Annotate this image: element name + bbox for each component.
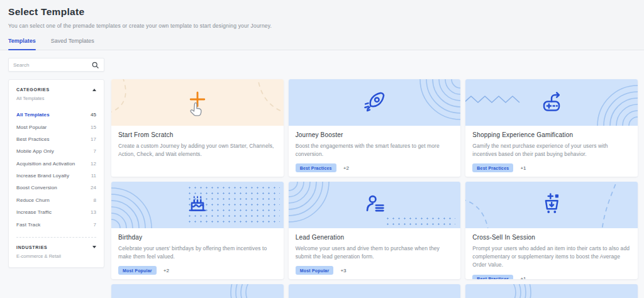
- page-title: Select Template: [8, 6, 635, 18]
- category-badge: Best Practices: [296, 163, 336, 172]
- sidebar-item-fast-track[interactable]: Fast Track7: [16, 218, 96, 230]
- badge-row: Most Popular +3: [296, 261, 454, 275]
- birthday-cake-icon: [183, 190, 212, 219]
- card-title: Journey Booster: [296, 131, 454, 138]
- sidebar-item-reduce-churn[interactable]: Reduce Churn8: [16, 194, 96, 206]
- card-illustration: [289, 182, 461, 228]
- category-label: All Templates: [16, 112, 50, 118]
- category-label: Increase Traffic: [16, 209, 52, 215]
- gamepad-icon: [537, 88, 566, 117]
- sidebar-item-acquisition-and-activation[interactable]: Acquisition and Activation12: [16, 158, 96, 170]
- category-list: All Templates45Most Popular15Best Practi…: [16, 109, 96, 231]
- cart-plus-icon: [537, 190, 566, 219]
- category-count: 15: [91, 124, 96, 130]
- category-count: 8: [94, 197, 96, 203]
- categories-panel: CATEGORIES All Templates All Templates45…: [8, 79, 104, 268]
- badge-row: Best Practices +2: [296, 158, 454, 172]
- category-label: Increase Brand Loyalty: [16, 173, 69, 179]
- sidebar-item-best-practices[interactable]: Best Practices17: [16, 133, 96, 145]
- industries-selected-value: E-commerce & Retail: [16, 253, 96, 259]
- category-count: 12: [91, 161, 96, 167]
- category-label: Best Practices: [16, 136, 50, 142]
- template-card-journey-booster[interactable]: Journey Booster Boost the engagements wi…: [289, 79, 461, 177]
- search-box[interactable]: [8, 58, 104, 72]
- sidebar-item-increase-traffic[interactable]: Increase Traffic13: [16, 206, 96, 218]
- template-card-partial[interactable]: [111, 284, 284, 298]
- badge-extra-count: +3: [340, 268, 346, 273]
- card-title: Lead Generation: [296, 234, 454, 241]
- badge-extra-count: +2: [164, 268, 169, 273]
- rocket-icon: [360, 88, 389, 117]
- category-label: Most Popular: [16, 124, 47, 130]
- card-description: Celebrate your users' birthdays by offer…: [118, 245, 277, 261]
- card-description: Gamify the next purchase experience of y…: [472, 142, 631, 158]
- category-label: Acquisition and Activation: [16, 161, 75, 167]
- badge-row: Most Popular +2: [118, 261, 277, 275]
- divider: [16, 237, 96, 238]
- badge-row: Best Practices +1: [472, 270, 631, 279]
- category-count: 7: [94, 222, 96, 228]
- template-card-partial[interactable]: [289, 284, 461, 298]
- sidebar-item-all-templates[interactable]: All Templates45: [16, 109, 96, 121]
- category-badge: Best Practices: [472, 163, 513, 172]
- template-card-shopping-experience-gamification[interactable]: Shopping Experience Gamification Gamify …: [465, 79, 638, 177]
- card-title: Start From Scratch: [118, 131, 277, 138]
- category-count: 7: [94, 148, 96, 154]
- search-input[interactable]: [13, 62, 91, 68]
- card-title: Birthday: [118, 234, 277, 241]
- category-label: Boost Conversion: [16, 185, 57, 190]
- card-description: Boost the engagements with the smart fea…: [296, 142, 454, 158]
- card-illustration: [465, 284, 638, 298]
- template-card-lead-generation[interactable]: Lead Generation Welcome your users and d…: [289, 182, 461, 279]
- template-card-partial[interactable]: [465, 284, 638, 298]
- sidebar-item-most-popular[interactable]: Most Popular15: [16, 121, 96, 133]
- chevron-down-icon[interactable]: [92, 246, 96, 248]
- tab-templates[interactable]: Templates: [8, 38, 36, 50]
- category-badge: Most Popular: [296, 266, 334, 275]
- category-label: Mobile App Only: [16, 148, 54, 154]
- card-illustration: [465, 79, 638, 126]
- category-label: Reduce Churn: [16, 197, 50, 203]
- categories-selected-value: All Templates: [16, 96, 96, 101]
- category-badge: Most Popular: [118, 266, 157, 275]
- card-illustration: [111, 284, 284, 298]
- badge-extra-count: +1: [520, 165, 526, 171]
- categories-header: CATEGORIES: [16, 87, 50, 92]
- category-label: Fast Track: [16, 222, 40, 228]
- badge-extra-count: +1: [520, 276, 526, 279]
- category-count: 17: [91, 136, 96, 142]
- template-card-start-from-scratch[interactable]: Start From Scratch Create a custom Journ…: [111, 79, 284, 177]
- plus-cursor-icon: [183, 88, 212, 117]
- card-description: Welcome your users and drive them to pur…: [296, 245, 454, 261]
- card-illustration: [111, 79, 284, 126]
- sidebar-item-boost-conversion[interactable]: Boost Conversion24: [16, 182, 96, 194]
- badge-row: Best Practices +1: [472, 158, 631, 172]
- page-subtitle: You can select one of the premade templa…: [8, 23, 635, 29]
- search-icon[interactable]: [91, 61, 99, 69]
- page-header: Select Template You can select one of th…: [0, 0, 644, 50]
- badge-extra-count: +2: [343, 165, 349, 171]
- card-illustration: [111, 182, 284, 228]
- sidebar-item-mobile-app-only[interactable]: Mobile App Only7: [16, 145, 96, 157]
- card-illustration: [289, 284, 461, 298]
- card-title: Cross-Sell In Session: [472, 234, 631, 241]
- card-illustration: [465, 182, 638, 228]
- template-grid: Start From Scratch Create a custom Journ…: [111, 79, 638, 298]
- tab-saved-templates[interactable]: Saved Templates: [51, 38, 94, 50]
- card-title: Shopping Experience Gamification: [472, 131, 631, 138]
- card-description: Prompt your users who added an item into…: [472, 245, 631, 270]
- category-count: 11: [91, 173, 96, 179]
- category-count: 13: [91, 209, 96, 215]
- industries-header: INDUSTRIES: [16, 245, 47, 250]
- category-count: 45: [91, 112, 96, 118]
- template-card-cross-sell-in-session[interactable]: Cross-Sell In Session Prompt your users …: [465, 182, 638, 279]
- sidebar-item-increase-brand-loyalty[interactable]: Increase Brand Loyalty11: [16, 170, 96, 182]
- card-illustration: [289, 79, 461, 126]
- template-card-birthday[interactable]: Birthday Celebrate your users' birthdays…: [111, 182, 284, 279]
- lead-person-icon: [360, 190, 389, 219]
- chevron-up-icon[interactable]: [92, 89, 96, 91]
- category-count: 24: [91, 185, 96, 190]
- category-badge: Best Practices: [472, 275, 513, 279]
- card-description: Create a custom Journey by adding your o…: [118, 142, 277, 158]
- tab-bar: Templates Saved Templates: [0, 29, 644, 50]
